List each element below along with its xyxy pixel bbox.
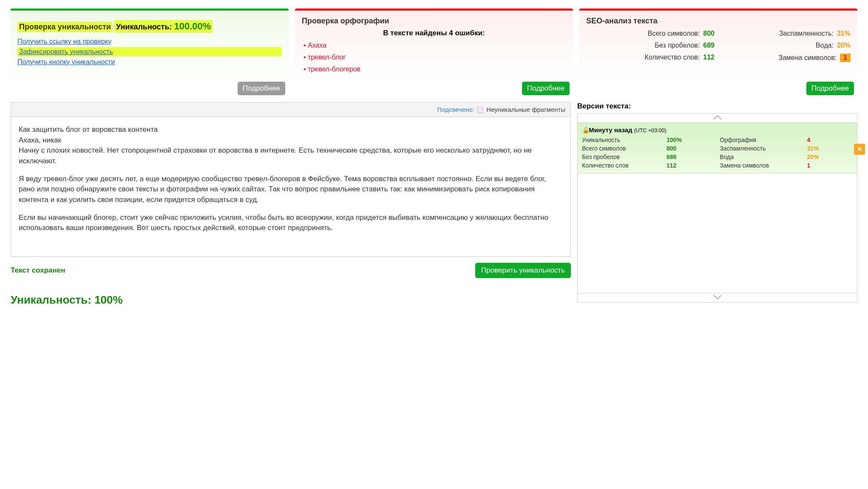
seo-spam-value: 31% <box>837 30 851 37</box>
big-uniqueness-result: Уникальность: 100% <box>11 293 571 307</box>
seo-water-label: Вода: <box>816 42 834 49</box>
uniqueness-title: Проверка уникальности <box>17 22 113 32</box>
main-column: Подсвечено: Неуникальные фрагменты Как з… <box>11 102 571 307</box>
versions-list: 🔒 Минуту назад (UTC +03:00) Уникальность… <box>577 113 857 303</box>
get-uniqueness-button-link[interactable]: Получить кнопку уникальности <box>17 58 282 66</box>
version-words-label: Количество слов <box>582 162 662 169</box>
uniqueness-more-button[interactable]: Подробнее <box>238 82 285 95</box>
version-timestamp: 🔒 Минуту назад (UTC +03:00) <box>582 126 853 134</box>
versions-scroll-up[interactable] <box>578 114 857 123</box>
version-chars-value: 800 <box>667 145 715 152</box>
seo-water-value: 20% <box>837 42 851 49</box>
chevron-up-icon <box>713 114 722 120</box>
seo-spam-label: Заспамленность: <box>779 30 834 37</box>
versions-column: Версии текста: 🔒 Минуту назад (UTC +03:0… <box>577 102 857 307</box>
version-nosp-label: Без пробелов <box>582 154 662 160</box>
text-paragraph: Начну с плохих новостей. Нет стопроцентн… <box>19 145 563 166</box>
highlight-swatch <box>477 107 483 113</box>
uniqueness-value-row: Уникальность: 100.00% <box>114 20 213 33</box>
highlight-legend-bar: Подсвечено: Неуникальные фрагменты <box>11 102 571 117</box>
chevron-down-icon <box>713 294 722 300</box>
check-uniqueness-button[interactable]: Проверить уникальность <box>475 263 571 278</box>
version-nosp-value: 689 <box>667 154 715 160</box>
seo-nospace-value: 689 <box>703 42 715 49</box>
version-chars-label: Всего символов <box>582 145 662 152</box>
spelling-subtitle: В тексте найдены 4 ошибки: <box>302 29 566 37</box>
version-words-value: 112 <box>667 162 715 169</box>
spelling-error-item: тревел-блог <box>304 54 566 61</box>
spelling-title: Проверка орфографии <box>302 17 566 26</box>
version-item[interactable]: 🔒 Минуту назад (UTC +03:00) Уникальность… <box>578 123 857 173</box>
seo-replace-label: Замена символов: <box>778 54 837 62</box>
version-stats: Уникальность 100% Орфография 4 Всего сим… <box>582 136 853 169</box>
versions-scroll-down[interactable] <box>578 293 857 302</box>
seo-panel: SEO-анализ текста Всего символов:800 Без… <box>579 9 857 98</box>
seo-total-chars-value: 800 <box>703 30 715 37</box>
below-text-row: Текст сохранен Проверить уникальность <box>11 257 571 284</box>
text-line: Ахаха, никак <box>19 135 563 146</box>
seo-more-button[interactable]: Подробнее <box>806 82 854 95</box>
highlight-label: Подсвечено: <box>437 106 474 113</box>
seo-nospace-label: Без пробелов: <box>655 42 700 49</box>
seo-words-value: 112 <box>703 54 715 61</box>
fix-uniqueness-link[interactable]: Зафиксировать уникальность <box>17 47 282 57</box>
seo-stats-grid: Всего символов:800 Без пробелов:689 Коли… <box>586 30 851 62</box>
spelling-error-item: тревел-блогеров <box>304 65 566 73</box>
version-repl-value: 1 <box>807 162 853 169</box>
version-orf-label: Орфография <box>720 136 803 143</box>
seo-title: SEO-анализ текста <box>586 17 851 26</box>
highlight-text: Неуникальные фрагменты <box>486 106 565 113</box>
text-line: Как защитить блог от воровства контента <box>19 125 563 135</box>
seo-words-label: Количество слов: <box>645 54 700 61</box>
spelling-error-item: Ахаха <box>304 42 566 49</box>
text-paragraph: Я веду тревел-блог уже десять лет, а еще… <box>19 174 563 205</box>
seo-replace-value: 1 <box>840 54 851 62</box>
version-spam-label: Заспамленность <box>720 145 803 152</box>
version-water-label: Вода <box>720 154 803 160</box>
uniqueness-links: Получить ссылку на проверку Зафиксироват… <box>17 38 282 66</box>
uniqueness-panel: Проверка уникальности Уникальность: 100.… <box>11 9 289 98</box>
version-orf-value: 4 <box>807 136 853 143</box>
text-saved-label: Текст сохранен <box>11 266 65 275</box>
uniqueness-label: Уникальность: <box>116 23 172 31</box>
spelling-panel: Проверка орфографии В тексте найдены 4 о… <box>295 9 573 98</box>
spelling-error-list: Ахаха тревел-блог тревел-блогеров <box>302 42 566 73</box>
get-check-link[interactable]: Получить ссылку на проверку <box>17 38 282 45</box>
version-water-value: 20% <box>807 154 853 160</box>
version-uniq-value: 100% <box>667 136 715 143</box>
text-paragraph: Если вы начинающий блогер, стоит уже сей… <box>19 213 563 233</box>
close-icon[interactable]: ✕ <box>854 144 865 155</box>
spelling-more-button[interactable]: Подробнее <box>522 82 570 95</box>
version-repl-label: Замена символов <box>720 162 803 169</box>
version-uniq-label: Уникальность <box>582 136 662 143</box>
lock-icon: 🔒 <box>582 126 587 134</box>
text-content[interactable]: Как защитить блог от воровства контента … <box>11 117 571 257</box>
version-spam-value: 31% <box>807 145 853 152</box>
seo-total-chars-label: Всего символов: <box>648 30 700 37</box>
uniqueness-percent: 100.00% <box>174 21 211 31</box>
versions-title: Версии текста: <box>577 102 857 111</box>
